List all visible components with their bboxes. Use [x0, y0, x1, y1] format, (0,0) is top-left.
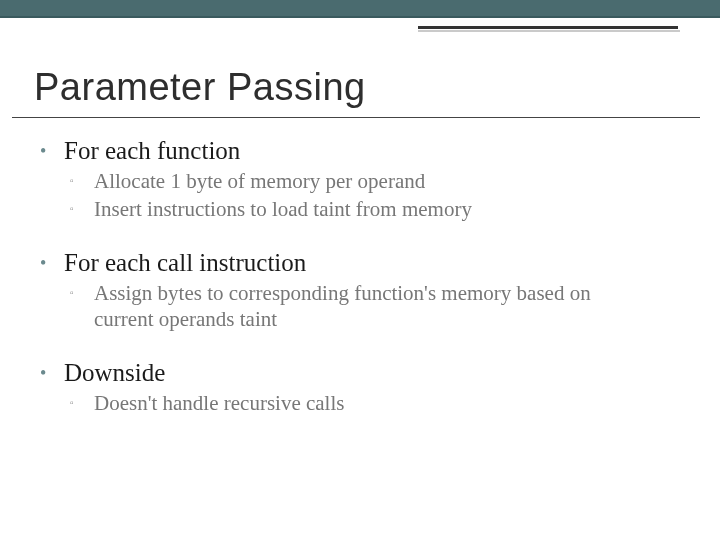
slide-content: • For each function ▫ Allocate 1 byte of…: [0, 118, 720, 416]
bullet-square-icon: ▫: [70, 196, 84, 222]
section-1: • For each call instruction ▫ Assign byt…: [40, 248, 680, 332]
accent-line: [418, 26, 678, 29]
bullet-lvl1: • Downside: [40, 358, 680, 388]
slide-title: Parameter Passing: [12, 38, 700, 118]
bullet-lvl2: ▫ Doesn't handle recursive calls: [70, 390, 680, 416]
bullet-dot-icon: •: [40, 136, 54, 166]
section-heading: For each call instruction: [64, 248, 306, 278]
section-item: Insert instructions to load taint from m…: [94, 196, 472, 222]
bullet-square-icon: ▫: [70, 280, 84, 306]
section-heading: For each function: [64, 136, 240, 166]
bullet-dot-icon: •: [40, 358, 54, 388]
section-item: Allocate 1 byte of memory per operand: [94, 168, 425, 194]
bullet-lvl2: ▫ Insert instructions to load taint from…: [70, 196, 680, 222]
section-heading: Downside: [64, 358, 165, 388]
section-item: Doesn't handle recursive calls: [94, 390, 344, 416]
bullet-square-icon: ▫: [70, 168, 84, 194]
section-item: Assign bytes to corresponding function's…: [94, 280, 654, 332]
bullet-lvl1: • For each function: [40, 136, 680, 166]
bullet-square-icon: ▫: [70, 390, 84, 416]
bullet-lvl2: ▫ Allocate 1 byte of memory per operand: [70, 168, 680, 194]
section-0: • For each function ▫ Allocate 1 byte of…: [40, 136, 680, 222]
bullet-lvl2: ▫ Assign bytes to corresponding function…: [70, 280, 680, 332]
bullet-dot-icon: •: [40, 248, 54, 278]
bullet-lvl1: • For each call instruction: [40, 248, 680, 278]
accent-line-wrap: [0, 22, 720, 38]
section-2: • Downside ▫ Doesn't handle recursive ca…: [40, 358, 680, 416]
header-bar: [0, 0, 720, 18]
